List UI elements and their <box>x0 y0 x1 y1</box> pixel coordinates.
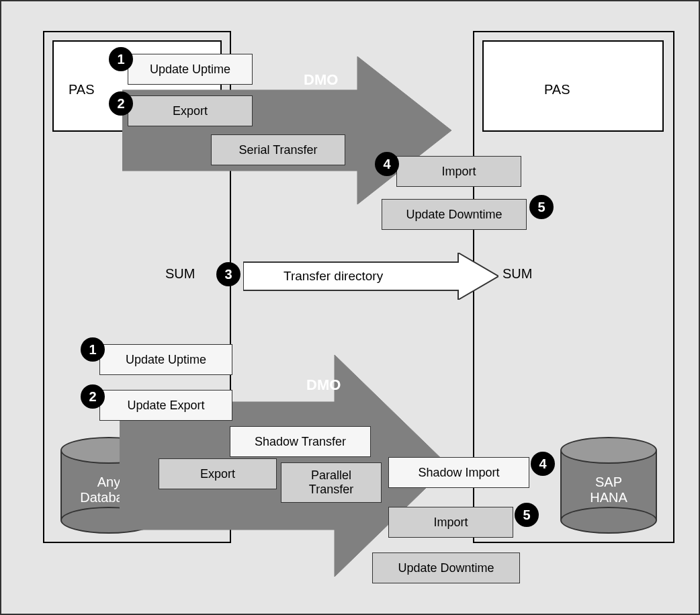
label: Export <box>173 104 208 118</box>
label: Parallel Transfer <box>309 468 353 496</box>
box-top-update-uptime: Update Uptime <box>128 54 253 85</box>
label: Import <box>433 516 468 530</box>
box-bot-update-uptime: Update Uptime <box>99 344 232 375</box>
badge-bot-4: 4 <box>531 452 555 476</box>
box-top-export: Export <box>128 95 253 126</box>
box-top-import: Import <box>396 156 521 187</box>
sum-left-label: SUM <box>165 266 195 282</box>
box-bot-update-downtime: Update Downtime <box>372 552 520 583</box>
label: Update Export <box>127 399 204 413</box>
cylinder-right-label: SAP HANA <box>560 475 657 505</box>
dmo-bottom-label: DMO <box>306 376 341 394</box>
label: Update Uptime <box>126 353 206 367</box>
sum-right-label: SUM <box>502 266 532 282</box>
label: Export <box>200 467 235 481</box>
badge-top-5: 5 <box>529 195 554 219</box>
badge-bot-1: 1 <box>81 337 105 362</box>
box-bot-export: Export <box>159 458 277 489</box>
badge-top-4: 4 <box>375 152 399 176</box>
box-bot-parallel-transfer: Parallel Transfer <box>281 462 382 503</box>
badge-top-1: 1 <box>109 47 133 71</box>
label: Import <box>441 165 476 179</box>
box-bot-shadow-transfer: Shadow Transfer <box>230 426 371 457</box>
pas-right-label: PAS <box>544 82 570 97</box>
label: Shadow Import <box>418 466 499 480</box>
label: Update Uptime <box>150 63 230 77</box>
pas-right-box <box>482 40 664 132</box>
badge-top-2: 2 <box>109 91 133 116</box>
box-top-serial: Serial Transfer <box>211 134 345 165</box>
cylinder-right: SAP HANA <box>560 437 657 534</box>
box-bot-update-export: Update Export <box>99 390 232 421</box>
dmo-top-label: DMO <box>304 71 338 89</box>
badge-bot-2: 2 <box>81 384 105 409</box>
badge-bot-5: 5 <box>515 503 539 527</box>
label: Update Downtime <box>406 208 502 222</box>
badge-middle-3: 3 <box>216 262 240 286</box>
box-top-downtime: Update Downtime <box>382 199 527 230</box>
label: Serial Transfer <box>238 143 317 157</box>
label: Shadow Transfer <box>255 435 346 449</box>
box-bot-shadow-import: Shadow Import <box>388 457 529 488</box>
box-bot-import: Import <box>388 507 513 538</box>
pas-left-label: PAS <box>69 82 95 97</box>
transfer-directory-label: Transfer directory <box>283 269 383 284</box>
label: Update Downtime <box>398 561 494 575</box>
diagram-canvas: PAS PAS SUM SUM Any Database SAP HANA DM… <box>0 0 700 615</box>
